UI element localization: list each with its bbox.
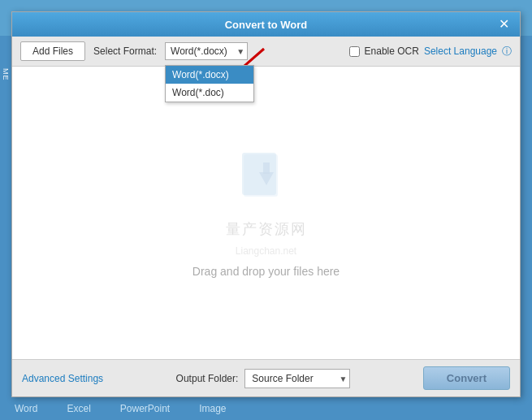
enable-ocr-checkbox[interactable] [349, 46, 360, 57]
content-area[interactable]: 量产资源网 Liangchan.net Drag and drop your f… [12, 67, 520, 359]
bottom-bar: Advanced Settings Output Folder: Source … [12, 359, 520, 396]
convert-to-word-dialog: Convert to Word ✕ Add Files Select Forma… [11, 11, 521, 397]
tab-excel[interactable]: Excel [60, 400, 97, 418]
watermark-logo-icon [234, 148, 299, 213]
ocr-section: Enable OCR Select Language ⓘ [349, 45, 512, 58]
select-language-link[interactable]: Select Language [424, 45, 497, 57]
title-bar: Convert to Word ✕ [12, 12, 520, 37]
watermark: 量产资源网 Liangchan.net [226, 148, 307, 257]
output-folder-select[interactable]: Source Folder Custom Folder [244, 369, 350, 388]
drag-drop-text: Drag and drop your files here [192, 265, 340, 278]
bottom-tab-bar: Word Excel PowerPoint Image [0, 397, 532, 420]
enable-ocr-label: Enable OCR [365, 45, 419, 57]
add-files-button[interactable]: Add Files [20, 41, 85, 61]
svg-rect-5 [263, 162, 270, 174]
sidebar-text: ME [2, 68, 10, 81]
output-folder-label: Output Folder: [176, 373, 239, 384]
tab-word[interactable]: Word [8, 400, 44, 418]
convert-button[interactable]: Convert [423, 366, 510, 390]
format-option-doc[interactable]: Word(*.doc) [166, 84, 253, 102]
advanced-settings-link[interactable]: Advanced Settings [22, 373, 103, 384]
format-select[interactable]: Word(*.docx) Word(*.doc) [165, 42, 248, 60]
watermark-text-cn: 量产资源网 [226, 219, 307, 239]
info-icon[interactable]: ⓘ [502, 45, 512, 58]
select-format-label: Select Format: [93, 45, 157, 57]
watermark-text-en: Liangchan.net [236, 245, 296, 257]
toolbar: Add Files Select Format: Word(*.docx) Wo… [12, 37, 520, 67]
output-folder-select-wrapper: Source Folder Custom Folder ▼ [244, 369, 350, 388]
tab-powerpoint[interactable]: PowerPoint [114, 400, 176, 418]
dialog-title: Convert to Word [37, 19, 495, 31]
format-select-wrapper: Word(*.docx) Word(*.doc) ▼ Word(*.docx) … [165, 42, 248, 60]
output-folder-section: Output Folder: Source Folder Custom Fold… [176, 369, 351, 388]
format-dropdown-menu: Word(*.docx) Word(*.doc) [165, 65, 254, 102]
left-sidebar: ME [0, 36, 11, 397]
close-button[interactable]: ✕ [495, 18, 512, 31]
tab-image[interactable]: Image [192, 400, 232, 418]
right-sidebar [521, 36, 532, 397]
format-option-docx[interactable]: Word(*.docx) [166, 66, 253, 84]
